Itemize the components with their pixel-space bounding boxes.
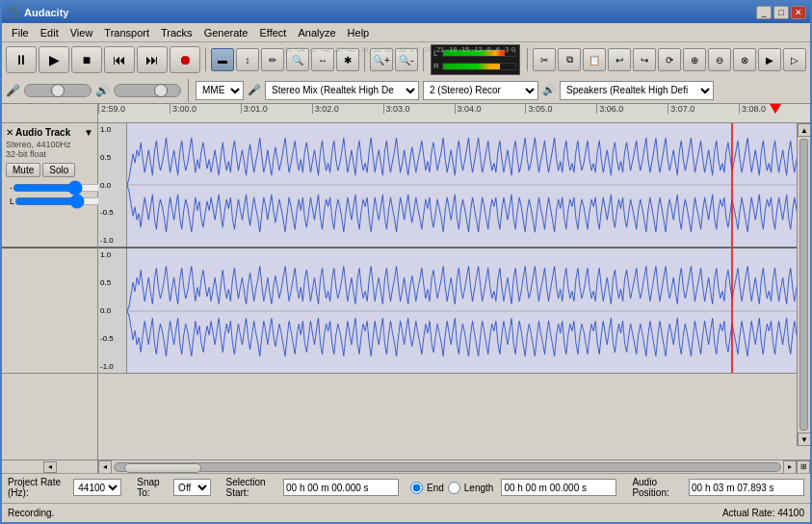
stop-button[interactable]: ■ [71,46,102,73]
project-rate-label: Project Rate (Hz): [8,477,65,498]
track1-pan-row: L R [6,195,93,208]
speaker-icon: 🔊 [95,84,110,97]
scrollbar-thumb[interactable] [124,463,201,473]
undo-button[interactable]: ↩ [608,48,631,71]
mic-icon: 🎤 [6,84,20,97]
scroll-left-button[interactable]: ◂ [98,460,112,474]
selection-start-label: Selection Start: [226,477,275,498]
end-length-group: End Length [410,482,493,494]
horizontal-scrollbar: ◂ ◂ ▸ ⊞ [2,459,810,473]
vu-meter: L R -57-54-51-48-45-42-39-36-33-30-27-24… [431,44,520,75]
scroll-down-button[interactable]: ▼ [798,432,810,446]
audio-position-label: Audio Position: [632,477,681,498]
waveform-area[interactable]: 1.0 0.5 0.0 -0.5 -1.0 [98,123,810,459]
envelope-tool[interactable]: ↕ [236,48,259,71]
waveform-top-svg [127,123,810,247]
bottom-controls: Project Rate (Hz): 44100 Snap To: Off Se… [2,473,810,503]
track1-name: Audio Track [15,127,70,138]
track1-menu[interactable]: ▼ [84,127,93,138]
waveform-top: 1.0 0.5 0.0 -0.5 -1.0 [98,123,810,249]
playhead-marker [770,104,781,114]
snap-to-select[interactable]: Off [173,479,210,496]
track1-mute[interactable]: Mute [6,163,40,177]
pause-button[interactable]: ⏸ [6,46,37,73]
waveform-bottom-svg [127,249,810,373]
track1-info2: 32-bit float [6,149,93,159]
host-select[interactable]: MME [196,81,244,100]
menu-tracks[interactable]: Tracks [155,25,198,40]
track1-buttons: Mute Solo [6,163,93,177]
menu-analyze[interactable]: Analyze [292,25,341,40]
toolbar-row1: ⏸ ▶ ■ ⏮ ⏭ ⏺ ▬ ↕ ✏ 🔍 ↔ ✱ 🔍+ 🔍- L [2,42,810,77]
copy-button[interactable]: ⧉ [558,48,581,71]
skip-forward-button[interactable]: ⏭ [137,46,168,73]
scroll-up-button[interactable]: ▲ [798,123,810,137]
vertical-scrollbar[interactable]: ▲ ▼ [797,123,810,446]
sync-button[interactable]: ⟳ [658,48,681,71]
separator-1 [205,48,206,71]
play-speed-slider[interactable]: ▷ [783,48,806,71]
ruler-marks[interactable]: 2:59.0 3:00.0 3:01.0 3:02.0 3:03.0 3:04.… [98,104,810,122]
channels-select[interactable]: 2 (Stereo) Recor [423,81,538,100]
app-icon: 🎵 [6,6,20,19]
track1-gain-row: - + [6,181,93,195]
scrollbar-track[interactable] [114,462,781,472]
zoom-sel-button[interactable]: ⊕ [683,48,706,71]
ruler-container: 2:59.0 3:00.0 3:01.0 3:02.0 3:03.0 3:04.… [2,104,810,123]
separator-4 [527,48,528,71]
speaker-device-select[interactable]: Speakers (Realtek High Defi [560,81,714,100]
menu-file[interactable]: File [6,25,35,40]
status-bar: Recording. Actual Rate: 44100 [2,503,810,522]
status-left: Recording. [8,508,54,518]
draw-tool[interactable]: ✏ [261,48,284,71]
track1-panel: ✕ Audio Track ▼ Stereo, 44100Hz 32-bit f… [2,123,97,249]
paste-button[interactable]: 📋 [583,48,606,71]
close-button[interactable]: ✕ [791,6,806,19]
zoom-scroll[interactable]: ⊞ [797,460,810,474]
menu-view[interactable]: View [65,25,99,40]
scroll-left-small[interactable]: ◂ [43,461,57,473]
tracks-area: ✕ Audio Track ▼ Stereo, 44100Hz 32-bit f… [2,123,810,459]
waveform-bottom: 1.0 0.5 0.0 -0.5 -1.0 [98,249,810,374]
menu-generate[interactable]: Generate [198,25,254,40]
status-right: Actual Rate: 44100 [722,508,804,518]
toolbar-row2: 🎤 🔊 MME 🎤 Stereo Mix (Realtek High De 2 … [2,77,810,104]
play-at-speed[interactable]: ▶ [758,48,781,71]
selection-tool[interactable]: ▬ [211,48,234,71]
end-label: End [427,483,444,493]
skip-back-button[interactable]: ⏮ [104,46,135,73]
selection-start-input[interactable] [283,479,399,496]
track1-close[interactable]: ✕ [6,127,13,138]
menu-edit[interactable]: Edit [35,25,65,40]
separator-5 [188,79,189,102]
redo-button[interactable]: ↪ [633,48,656,71]
track2-panel [2,249,97,374]
title-bar: 🎵 Audacity _ □ ✕ [2,2,810,23]
title-bar-controls: _ □ ✕ [756,6,806,19]
project-rate-select[interactable]: 44100 [73,479,121,496]
menu-effect[interactable]: Effect [254,25,293,40]
speaker-device-icon: 🔊 [542,84,556,96]
menu-bar: File Edit View Transport Tracks Generate… [2,23,810,42]
menu-help[interactable]: Help [342,25,376,40]
length-radio[interactable] [448,482,460,494]
speaker-volume-slider[interactable] [114,84,181,97]
play-button[interactable]: ▶ [39,46,69,73]
ruler-spacer [2,104,98,122]
scroll-right-button[interactable]: ▸ [783,460,797,474]
maximize-button[interactable]: □ [773,6,789,19]
mic-volume-slider[interactable] [24,84,92,97]
scroll-track[interactable] [799,139,808,431]
record-button[interactable]: ⏺ [170,46,200,73]
cut-button[interactable]: ✂ [533,48,556,71]
minimize-button[interactable]: _ [756,6,772,19]
menu-transport[interactable]: Transport [98,25,155,40]
selection-end-input[interactable] [501,479,616,496]
track1-solo[interactable]: Solo [42,163,75,177]
end-radio[interactable] [410,482,423,494]
mic-device-icon: 🎤 [248,84,261,96]
audio-position-input[interactable] [689,479,804,496]
zoom-fit-button[interactable]: ⊖ [708,48,731,71]
mic-device-select[interactable]: Stereo Mix (Realtek High De [265,81,419,100]
zoom-fit2-button[interactable]: ⊗ [733,48,756,71]
